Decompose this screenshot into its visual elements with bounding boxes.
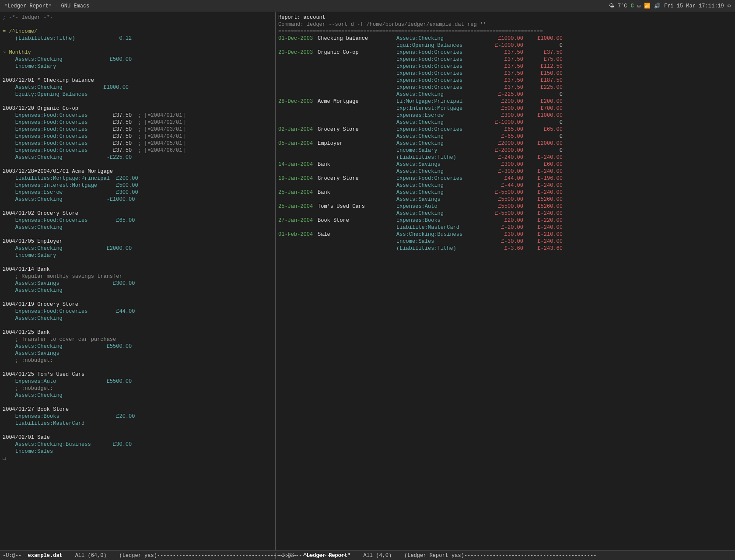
line-monthly: ~ Monthly: [3, 49, 273, 56]
statusbar: -U:@-- example.dat All (64,0) (Ledger ya…: [0, 550, 735, 560]
line-tithe: (Liabilities:Tithe) 0.12: [3, 35, 273, 42]
entry-row: 05-Jan-2004 Employer Assets:Checking £20…: [278, 140, 732, 147]
entry-row: 19-Jan-2004 Grocery Store Expens:Food:Gr…: [278, 175, 732, 182]
left-pane[interactable]: ; -*- ledger -*- = /^Income/ (Liabilitie…: [0, 12, 276, 550]
entry-row: Assets:Checking £-65.00 0: [278, 133, 732, 140]
settings-icon[interactable]: ⚙: [728, 3, 731, 9]
line-checking-500: Assets:Checking £500.00: [3, 56, 273, 63]
entry-row: Income:Salary £-2000.00 0: [278, 147, 732, 154]
entry-row: Expens:Food:Groceries £37.50 £75.00: [278, 56, 732, 63]
statusbar-right-text: -U:@%- *Ledger Report* All (4,0) (Ledger…: [278, 553, 596, 559]
entry-row: Assets:Savings £5500.00 £5260.00: [278, 196, 732, 203]
line-comment: ; -*- ledger -*-: [3, 14, 273, 21]
report-command: Command: ledger --sort d -f /home/borbus…: [278, 21, 732, 28]
line-grocery-65: Expenses:Food:Groceries £65.00: [3, 217, 273, 224]
report-separator: ========================================…: [278, 28, 732, 35]
line-date-1: 2003/12/01 * Checking balance: [3, 77, 273, 84]
line-grocery-1: Expenses:Food:Groceries £37.50 ; [=2004/…: [3, 112, 273, 119]
report-entries: 01-Dec-2003 Checking balance Assets:Chec…: [278, 35, 732, 252]
weather-icon: 🌤: [609, 3, 614, 9]
volume-icon[interactable]: 🔊: [654, 3, 661, 9]
entry-row: Assets:Checking £-225.00 0: [278, 91, 732, 98]
entry-row: Expens:Food:Groceries £37.50 £112.50: [278, 63, 732, 70]
line-income-rule: = /^Income/: [3, 28, 273, 35]
left-content: ; -*- ledger -*- = /^Income/ (Liabilitie…: [3, 14, 273, 462]
line-grocery-3: Expenses:Food:Groceries £37.50 ; [=2004/…: [3, 126, 273, 133]
line-bank-1: 2004/01/14 Bank: [3, 266, 273, 273]
line-cursor: □: [3, 455, 273, 462]
email-icon[interactable]: ✉: [637, 3, 640, 9]
line-checking-5500: Assets:Checking £5500.00: [3, 343, 273, 350]
entry-row: 01-Feb-2004 Sale Ass:Checking:Business £…: [278, 231, 732, 238]
line-checking-225: Assets:Checking -£225.00: [3, 154, 273, 161]
entry-row: Assets:Checking £-44.00 £-240.00: [278, 182, 732, 189]
line-checking-neg1000: Assets:Checking -£1000.00: [3, 196, 273, 203]
line-escrow: Expenses:Escrow £300.00: [3, 189, 273, 196]
report-title: Report: account: [278, 14, 732, 21]
line-grocery-2: Expenses:Food:Groceries £37.50 ; [=2004/…: [3, 119, 273, 126]
entry-row: (Liabilities:Tithe) £-240.00 £-240.00: [278, 154, 732, 161]
entry-row: 25-Jan-2004 Bank Assets:Checking £-5500.…: [278, 189, 732, 196]
entry-row: Expenses:Escrow £300.00 £1000.00: [278, 112, 732, 119]
line-business-30: Assets:Checking:Business £30.00: [3, 441, 273, 448]
refresh-icon[interactable]: C: [631, 3, 634, 9]
entry-row: 28-Dec-2003 Acme Mortgage Li:Mortgage:Pr…: [278, 98, 732, 105]
temperature: 7°C: [618, 3, 627, 9]
entry-row: Assets:Checking £-300.00 £-240.00: [278, 168, 732, 175]
statusbar-right: -U:@%- *Ledger Report* All (4,0) (Ledger…: [276, 553, 735, 559]
line-checking-cars: Assets:Checking: [3, 392, 273, 399]
titlebar-right: 🌤 7°C C ✉ 📶 🔊 Fri 15 Mar 17:11:19 ⚙: [609, 3, 731, 9]
entry-row: (Liabilities:Tithe) £-3.60 £-243.60: [278, 245, 732, 252]
statusbar-left: -U:@-- example.dat All (64,0) (Ledger ya…: [0, 553, 276, 559]
editor-area: ; -*- ledger -*- = /^Income/ (Liabilitie…: [0, 12, 735, 550]
line-income-salary-1: Income:Salary: [3, 63, 273, 70]
line-grocery-5: Expenses:Food:Groceries £37.50 ; [=2004/…: [3, 140, 273, 147]
entry-row: 01-Dec-2003 Checking balance Assets:Chec…: [278, 35, 732, 42]
line-grocery-store-2: 2004/01/19 Grocery Store: [3, 301, 273, 308]
report-header: Report: account Command: ledger --sort d…: [278, 14, 732, 35]
line-nobudget-2: ; :nobudget:: [3, 385, 273, 392]
line-auto-5500: Expenses:Auto £5500.00: [3, 378, 273, 385]
right-pane[interactable]: Report: account Command: ledger --sort d…: [276, 12, 735, 550]
window-title: *Ledger Report* - GNU Emacs: [4, 3, 89, 9]
entry-row: Liabilite:MasterCard £-20.00 £-240.00: [278, 224, 732, 231]
line-bank-2: 2004/01/25 Bank: [3, 329, 273, 336]
line-sale: 2004/02/01 Sale: [3, 434, 273, 441]
entry-row: 14-Jan-2004 Bank Assets:Savings £300.00 …: [278, 161, 732, 168]
entry-row: Expens:Food:Groceries £37.50 £150.00: [278, 70, 732, 77]
entry-row: Exp:Interest:Mortgage £500.00 £700.00: [278, 105, 732, 112]
line-employer-1: 2004/01/05 Employer: [3, 238, 273, 245]
entry-row: Assets:Checking £-1000.00 0: [278, 119, 732, 126]
entry-row: 25-Jan-2004 Tom's Used Cars Expenses:Aut…: [278, 203, 732, 210]
line-income-sales: Income:Sales: [3, 448, 273, 455]
line-checking-1000: Assets:Checking £1000.00: [3, 84, 273, 91]
line-checking-2000: Assets:Checking £2000.00: [3, 245, 273, 252]
line-grocery-44: Expenses:Food:Groceries £44.00: [3, 308, 273, 315]
line-equity: Equity:Opening Balances: [3, 91, 273, 98]
line-books-20: Expenses:Books £20.00: [3, 413, 273, 420]
line-grocery-store-1: 2004/01/02 Grocery Store: [3, 210, 273, 217]
line-grocery-6: Expenses:Food:Groceries £37.50 ; [=2004/…: [3, 147, 273, 154]
line-nobudget-1: ; :nobudget:: [3, 357, 273, 364]
line-mortgage-principal: Liabilities:Mortgage:Principal £200.00: [3, 175, 273, 182]
line-savings-300: Assets:Savings £300.00: [3, 280, 273, 287]
entry-row: 27-Jan-2004 Book Store Expenses:Books £2…: [278, 217, 732, 224]
line-bookstore: 2004/01/27 Book Store: [3, 406, 273, 413]
line-savings-bank2: Assets:Savings: [3, 350, 273, 357]
line-checking-gs2: Assets:Checking: [3, 315, 273, 322]
line-mortgage-date: 2003/12/28=2004/01/01 Acme Mortgage: [3, 168, 273, 175]
line-checking-bank1: Assets:Checking: [3, 287, 273, 294]
entry-row: 02-Jan-2004 Grocery Store Expens:Food:Gr…: [278, 126, 732, 133]
titlebar: *Ledger Report* - GNU Emacs 🌤 7°C C ✉ 📶 …: [0, 0, 735, 12]
line-cars: 2004/01/25 Tom's Used Cars: [3, 371, 273, 378]
entry-row: Expens:Food:Groceries £37.50 £187.50: [278, 77, 732, 84]
datetime: Fri 15 Mar 17:11:19: [664, 3, 724, 9]
line-mastercard: Liabilities:MasterCard: [3, 420, 273, 427]
entry-row: 20-Dec-2003 Organic Co-op Expens:Food:Gr…: [278, 49, 732, 56]
line-car-comment: ; Transfer to cover car purchase: [3, 336, 273, 343]
line-grocery-4: Expenses:Food:Groceries £37.50 ; [=2004/…: [3, 133, 273, 140]
line-organic: 2003/12/20 Organic Co-op: [3, 105, 273, 112]
network-icon: 📶: [644, 3, 651, 9]
entry-row: Expens:Food:Groceries £37.50 £225.00: [278, 84, 732, 91]
entry-row: Assets:Checking £-5500.00 £-240.00: [278, 210, 732, 217]
